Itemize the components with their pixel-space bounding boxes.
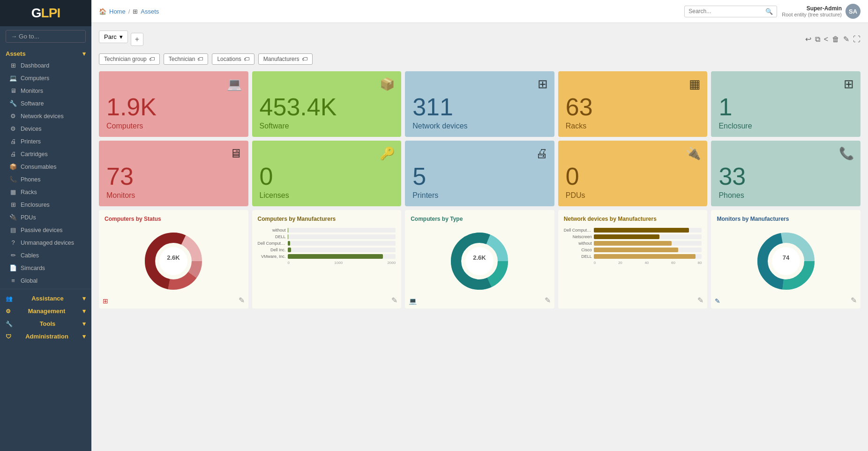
unmanaged-icon: ? [9, 239, 17, 246]
printers-count: 5 [412, 164, 547, 188]
stat-card-computers[interactable]: 💻 1.9K Computers [99, 71, 248, 137]
breadcrumb-assets[interactable]: Assets [141, 8, 159, 15]
edit-icon[interactable]: ✎ [843, 35, 849, 44]
chart-edit-icon[interactable]: ✎ [851, 296, 857, 305]
delete-icon[interactable]: 🗑 [832, 35, 839, 44]
sidebar-item-cartridges[interactable]: 🖨 Cartridges [0, 148, 91, 160]
sidebar-item-label: Monitors [21, 88, 43, 94]
consumables-icon: 📦 [9, 163, 17, 170]
management-icon: ⚙ [6, 308, 11, 315]
sidebar-assets-header[interactable]: Assets ▾ [0, 46, 91, 59]
sidebar-item-phones[interactable]: 📞 Phones [0, 173, 91, 186]
chart-edit-icon[interactable]: ✎ [239, 296, 245, 305]
management-label: Management [28, 308, 65, 315]
sidebar-item-printers[interactable]: 🖨 Printers [0, 135, 91, 148]
sidebar-item-label: Cartridges [21, 151, 48, 158]
sidebar-item-cables[interactable]: ✏ Cables [0, 249, 91, 262]
logo[interactable]: GLPI [31, 6, 60, 21]
stat-card-printers[interactable]: 🖨 5 Printers [405, 141, 554, 206]
sidebar-assistance-header[interactable]: 👥 Assistance ▾ [0, 291, 91, 304]
bar-row: Cisco [564, 248, 702, 252]
racks-card-icon: ▦ [689, 77, 701, 91]
printers-card-icon: 🖨 [536, 146, 548, 161]
sidebar-assets-label: Assets [6, 50, 26, 57]
history-icon[interactable]: ↩ [805, 35, 811, 44]
main-content: 🏠 Home / ⊞ Assets 🔍 Super-Admin Root ent… [91, 0, 868, 451]
search-input[interactable] [688, 8, 763, 15]
sidebar-item-monitors[interactable]: 🖥 Monitors [0, 84, 91, 97]
chart-edit-icon[interactable]: ✎ [697, 296, 703, 305]
software-icon: 🔧 [9, 100, 17, 107]
sidebar-item-dashboard[interactable]: ⊞ Dashboard [0, 59, 91, 72]
sidebar-item-global[interactable]: ≡ Global [0, 274, 91, 287]
copy-icon[interactable]: ⧉ [815, 35, 820, 44]
sidebar-item-software[interactable]: 🔧 Software [0, 97, 91, 110]
stat-card-racks[interactable]: ▦ 63 Racks [558, 71, 708, 137]
phones-count: 33 [718, 164, 853, 188]
bar-label: Dell Computer... [564, 228, 592, 233]
filter-technician[interactable]: Technician 🏷 [164, 53, 209, 65]
sidebar-item-computers[interactable]: 💻 Computers [0, 72, 91, 84]
parc-select[interactable]: Parc ▾ [99, 30, 128, 43]
sidebar-item-unmanaged-devices[interactable]: ? Unmanaged devices [0, 236, 91, 249]
sidebar-item-label: Consumables [21, 164, 56, 170]
sidebar-management-header[interactable]: ⚙ Management ▾ [0, 304, 91, 316]
software-label: Software [260, 122, 394, 130]
donut-svg-status: 2.6K [143, 231, 204, 292]
logo-g: G [31, 6, 41, 20]
add-tab-button[interactable]: + [131, 33, 143, 46]
chart-title-network-manufacturers: Network devices by Manufacturers [564, 216, 702, 222]
tools-label: Tools [40, 320, 56, 327]
stat-card-pdus[interactable]: 🔌 0 PDUs [558, 141, 708, 206]
sidebar-item-consumables[interactable]: 📦 Consumables [0, 160, 91, 173]
sidebar-item-pdus[interactable]: 🔌 PDUs [0, 211, 91, 224]
filter-label: Technician group [104, 56, 147, 62]
sidebar-item-label: Computers [21, 75, 49, 82]
assets-icon: ⊞ [133, 8, 138, 15]
search-icon[interactable]: 🔍 [765, 8, 773, 15]
svg-point-9 [465, 247, 494, 275]
sidebar-item-devices[interactable]: ⚙ Devices [0, 122, 91, 135]
bar-row: without [258, 228, 396, 233]
network-count: 311 [412, 95, 547, 119]
monitor-card-icon: 🖥 [230, 146, 242, 161]
sidebar-item-enclosures[interactable]: ⊞ Enclosures [0, 198, 91, 211]
bar-label: without [564, 241, 592, 246]
charts-row: Computers by Status 2.6K ⊞ ✎ Computer [99, 210, 861, 308]
stat-card-software[interactable]: 📦 453.4K Software [252, 71, 402, 137]
sidebar-item-network-devices[interactable]: ⚙ Network devices [0, 110, 91, 122]
toolbar-right: ↩ ⧉ < 🗑 ✎ ⛶ [805, 35, 861, 44]
network-card-icon: ⊞ [538, 77, 548, 91]
chart-edit-icon[interactable]: ✎ [545, 296, 551, 305]
bar-label: Cisco [564, 248, 592, 252]
printer-icon: 🖨 [9, 138, 17, 145]
computers-count: 1.9K [106, 95, 241, 119]
stat-card-licenses[interactable]: 🔑 0 Licenses [252, 141, 402, 206]
sidebar-item-simcards[interactable]: 📄 Simcards [0, 262, 91, 274]
stat-card-enclosure[interactable]: ⊞ 1 Enclosure [711, 71, 861, 137]
filter-technician-group[interactable]: Technician group 🏷 [99, 53, 160, 65]
filter-locations[interactable]: Locations 🏷 [212, 53, 254, 65]
bar-row: DELL [564, 254, 702, 259]
bar-row: Dell Computer... [258, 241, 396, 246]
user-role: Root entity (tree structure) [782, 12, 842, 17]
stat-card-monitors[interactable]: 🖥 73 Monitors [99, 141, 248, 206]
share-icon[interactable]: < [824, 35, 828, 44]
bar-track [288, 254, 396, 259]
chart-edit-icon[interactable]: ✎ [391, 296, 397, 305]
chart-computers-by-type: Computers by Type 2.6K 💻 ✎ [405, 210, 554, 308]
bar-row: VMware, Inc. [258, 254, 396, 259]
filter-manufacturers[interactable]: Manufacturers 🏷 [258, 53, 313, 65]
devices-icon: ⚙ [9, 125, 17, 132]
sidebar-item-racks[interactable]: ▦ Racks [0, 186, 91, 198]
fullscreen-icon[interactable]: ⛶ [853, 35, 861, 44]
go-to-button[interactable]: → Go to... [6, 30, 86, 43]
sidebar-item-label: Unmanaged devices [21, 240, 74, 246]
sidebar-tools-header[interactable]: 🔧 Tools ▾ [0, 316, 91, 329]
stat-card-network[interactable]: ⊞ 311 Network devices [405, 71, 554, 137]
breadcrumb-home[interactable]: Home [109, 8, 126, 15]
stat-card-phones[interactable]: 📞 33 Phones [711, 141, 861, 206]
sidebar-administration-header[interactable]: 🛡 Administration ▾ [0, 329, 91, 342]
sidebar-item-passive-devices[interactable]: ▤ Passive devices [0, 224, 91, 236]
bar-fill [288, 248, 291, 252]
